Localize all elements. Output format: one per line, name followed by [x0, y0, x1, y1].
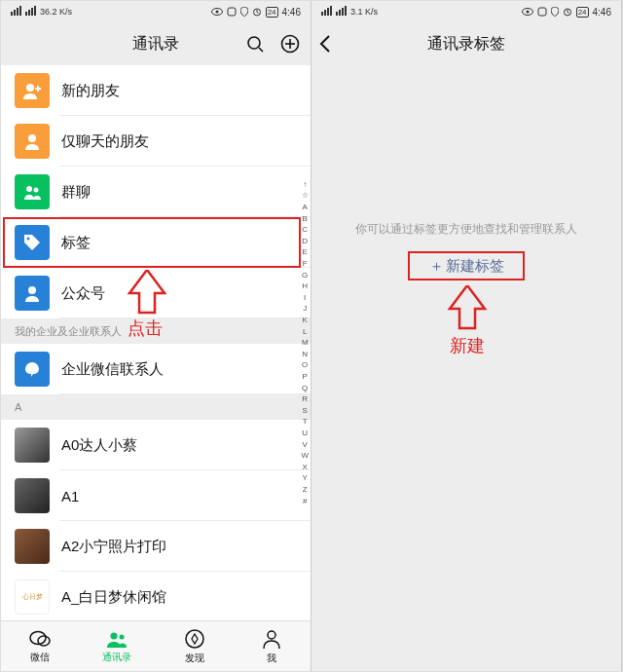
index-letter[interactable]: Z [301, 484, 309, 496]
index-letter[interactable]: K [301, 315, 309, 326]
row-label: 仅聊天的朋友 [61, 132, 149, 151]
index-letter[interactable]: E [301, 246, 309, 258]
svg-rect-1 [14, 10, 16, 16]
signal-icon [321, 6, 347, 18]
eye-icon [211, 7, 223, 17]
battery-icon: 24 [266, 7, 278, 18]
index-letter[interactable]: Q [301, 383, 309, 394]
svg-line-13 [259, 48, 263, 52]
row-label: 新的朋友 [61, 82, 120, 100]
tags-empty-area: 你可以通过标签更方便地查找和管理联系人 ＋新建标签 新建 [312, 65, 621, 671]
avatar [15, 428, 50, 463]
index-letter[interactable]: U [301, 428, 309, 439]
index-letter[interactable]: O [301, 359, 309, 371]
nav-contacts[interactable]: 通讯录 [79, 621, 157, 671]
add-icon[interactable] [279, 33, 301, 55]
net-speed: 3.1 K/s [350, 7, 378, 17]
index-letter[interactable]: V [301, 439, 309, 451]
row-official[interactable]: 公众号 [1, 268, 311, 318]
svg-point-27 [38, 636, 50, 646]
svg-point-9 [215, 11, 218, 14]
location-icon [240, 7, 248, 17]
page-title: 通讯录标签 [427, 34, 505, 55]
svg-rect-36 [330, 6, 332, 16]
index-letter[interactable]: ☆ [301, 190, 309, 202]
contact-name: A_白日梦休闲馆 [61, 588, 166, 607]
row-tags[interactable]: 标签 [1, 217, 311, 268]
row-enterprise[interactable]: 企业微信联系人 [1, 344, 311, 394]
svg-point-21 [26, 186, 32, 192]
index-letter[interactable]: A [301, 202, 309, 213]
avatar [15, 529, 50, 564]
svg-rect-34 [324, 10, 326, 16]
annotation-arrow [446, 285, 489, 332]
index-letter[interactable]: Y [301, 472, 309, 484]
contact-row[interactable]: 心日梦 A_白日梦休闲馆 [1, 572, 311, 620]
row-label: 群聊 [61, 183, 91, 202]
index-letter[interactable]: L [301, 326, 309, 338]
index-letter[interactable]: M [301, 337, 309, 349]
svg-marker-45 [450, 285, 485, 328]
tag-icon [15, 225, 50, 260]
index-letter[interactable]: B [301, 213, 309, 225]
row-new-friends[interactable]: 新的朋友 [1, 65, 311, 116]
index-letter[interactable]: G [301, 270, 309, 281]
row-group-chat[interactable]: 群聊 [1, 167, 311, 217]
contact-row[interactable]: A1 [1, 470, 311, 521]
nav-chats[interactable]: 微信 [1, 621, 79, 671]
index-letter[interactable]: F [301, 258, 309, 270]
index-letter[interactable]: ↑ [301, 179, 309, 191]
svg-rect-40 [345, 6, 347, 16]
svg-point-42 [526, 11, 529, 14]
contacts-list[interactable]: 新的朋友 仅聊天的朋友 群聊 标签 公众号 我的企业及企业联 [1, 65, 311, 620]
contact-row[interactable]: A2小宁照片打印 [1, 521, 311, 572]
svg-rect-38 [339, 10, 341, 16]
svg-point-17 [26, 84, 34, 92]
empty-hint: 你可以通过标签更方便地查找和管理联系人 [312, 221, 621, 238]
svg-point-20 [28, 134, 36, 142]
index-letter[interactable]: X [301, 462, 309, 473]
alarm-icon [252, 7, 262, 17]
plus-icon: ＋ [429, 257, 444, 276]
index-letter[interactable]: D [301, 236, 309, 247]
nfc-icon [227, 7, 237, 17]
nav-me[interactable]: 我 [234, 621, 312, 671]
svg-rect-10 [228, 8, 236, 16]
svg-rect-4 [25, 12, 27, 16]
row-label: 公众号 [61, 284, 105, 303]
index-bar[interactable]: ↑☆ABCDEFGHIJKLMNOPQRSTUVWXYZ# [301, 65, 309, 620]
search-icon[interactable] [244, 33, 266, 55]
contact-row[interactable]: A0达人小蔡 [1, 420, 311, 470]
index-letter[interactable]: R [301, 393, 309, 405]
index-letter[interactable]: I [301, 292, 309, 304]
new-tag-button[interactable]: ＋新建标签 [408, 251, 525, 280]
svg-rect-37 [336, 12, 338, 16]
add-friend-icon [15, 73, 50, 108]
index-letter[interactable]: N [301, 349, 309, 360]
row-chat-only[interactable]: 仅聊天的朋友 [1, 116, 311, 167]
svg-point-22 [34, 188, 39, 193]
nav-discover[interactable]: 发现 [156, 621, 234, 671]
back-button[interactable] [319, 22, 331, 65]
svg-point-12 [248, 37, 260, 49]
svg-rect-3 [19, 6, 21, 16]
svg-rect-6 [31, 8, 33, 16]
index-letter[interactable]: C [301, 224, 309, 236]
index-letter[interactable]: # [301, 496, 309, 507]
new-tag-label: 新建标签 [446, 257, 504, 276]
index-letter[interactable]: J [301, 303, 309, 315]
index-letter[interactable]: P [301, 371, 309, 383]
index-letter[interactable]: S [301, 405, 309, 417]
status-bar: 3.1 K/s 24 4:46 [312, 1, 621, 22]
avatar [15, 478, 50, 513]
svg-rect-5 [28, 10, 30, 16]
svg-rect-43 [538, 8, 546, 16]
svg-point-24 [28, 286, 36, 294]
bottom-nav: 微信 通讯录 发现 我 [1, 620, 311, 671]
index-letter[interactable]: T [301, 416, 309, 428]
net-speed: 36.2 K/s [40, 7, 72, 17]
annotation-label: 新建 [450, 334, 485, 357]
nfc-icon [537, 7, 547, 17]
index-letter[interactable]: W [301, 450, 309, 462]
index-letter[interactable]: H [301, 280, 309, 292]
